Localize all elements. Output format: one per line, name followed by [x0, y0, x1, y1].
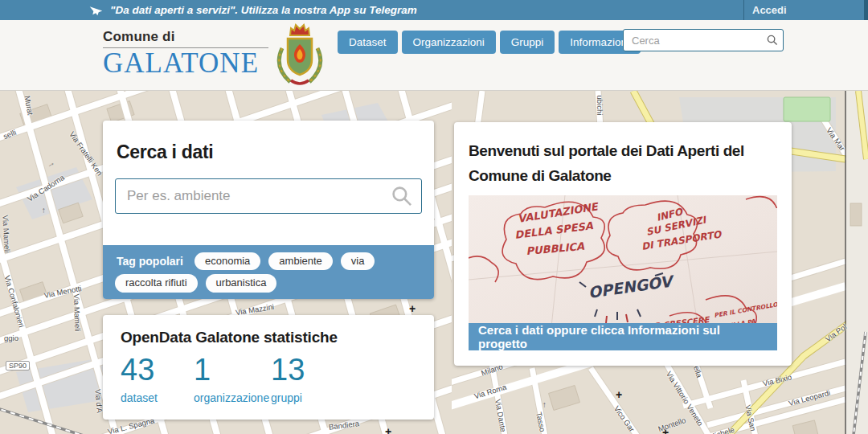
tag-urbanistica[interactable]: urbanistica — [206, 274, 277, 292]
tag-economia[interactable]: economia — [194, 252, 260, 270]
search-card-title: Cerca i dati — [117, 141, 420, 163]
svg-text:PUBBLICA: PUBBLICA — [526, 240, 585, 257]
welcome-title: Benvenuti sul portale dei Dati Aperti de… — [469, 138, 777, 189]
church-marker-icon: + — [385, 426, 391, 434]
portal-screen: "Da dati aperti a servizi". Utilizza la … — [0, 0, 868, 434]
site-header: Comune di GALATONE Dataset Organizzazion… — [0, 20, 868, 91]
popular-tags-label: Tag popolari — [117, 255, 183, 268]
church-marker-icon: + — [616, 389, 622, 400]
search-icon[interactable] — [391, 186, 412, 207]
stats-card: OpenData Galatone statistiche 43 dataset… — [103, 315, 434, 420]
stats-card-title: OpenData Galatone statistiche — [121, 329, 416, 346]
church-marker-icon: + — [409, 303, 416, 314]
topbar-corner-strip — [864, 0, 868, 20]
topbar-divider — [743, 0, 744, 20]
main-nav: Dataset Organizzazioni Gruppi Informazio… — [338, 31, 641, 54]
popular-tags-band: Tag popolari economia ambiente via racco… — [103, 245, 434, 299]
coat-of-arms — [271, 23, 329, 90]
nav-gruppi-button[interactable]: Gruppi — [500, 31, 555, 54]
dataset-search-input[interactable] — [115, 178, 422, 214]
oneway-arrow-icon: → — [539, 401, 547, 409]
header-search — [623, 29, 784, 51]
announcement-bar: "Da dati aperti a servizi". Utilizza la … — [0, 0, 868, 20]
street-label: Via Mameli — [72, 293, 83, 331]
street-label: ubichi — [596, 96, 604, 116]
church-marker-icon: + — [662, 427, 669, 434]
telegram-announcement-link[interactable]: "Da dati aperti a servizi". Utilizza la … — [89, 0, 417, 20]
search-card: Cerca i dati Tag popolari economia ambie… — [103, 121, 434, 299]
tag-via[interactable]: via — [341, 252, 375, 270]
stat-gruppi-label: gruppi — [271, 391, 305, 404]
stat-organizzazione-value: 1 — [194, 353, 271, 388]
nav-dataset-button[interactable]: Dataset — [338, 31, 398, 54]
announcement-text: "Da dati aperti a servizi". Utilizza la … — [110, 4, 417, 16]
site-logo[interactable]: Comune di GALATONE — [103, 29, 268, 79]
street-label: Via Mameli — [1, 215, 11, 252]
login-link[interactable]: Accedi — [752, 0, 787, 20]
stat-organizzazione-label: organizzazione — [194, 391, 271, 404]
stat-organizzazione[interactable]: 1 organizzazione — [194, 353, 271, 404]
nav-organizzazioni-button[interactable]: Organizzazioni — [402, 31, 496, 54]
welcome-title-line1: Benvenuti sul portale dei Dati Aperti de… — [469, 138, 777, 163]
telegram-icon — [89, 4, 103, 16]
stat-gruppi[interactable]: 13 gruppi — [271, 353, 305, 404]
brand-line1: Comune di — [103, 29, 268, 48]
tag-ambiente[interactable]: ambiente — [268, 252, 332, 270]
dataset-search — [115, 178, 422, 214]
welcome-caption: Cerca i dati oppure clicca Informazioni … — [469, 323, 777, 350]
header-search-input[interactable] — [623, 29, 784, 51]
stat-gruppi-value: 13 — [271, 353, 305, 388]
welcome-photo: VALUTAZIONE DELLA SPESA PUBBLICA INFO SU… — [469, 195, 777, 350]
svg-text:PER IL CONTROLLO: PER IL CONTROLLO — [714, 301, 777, 319]
map-background: MuratselliVia Fratelli KenVia CadornaVia… — [0, 91, 868, 434]
brand-line2: GALATONE — [103, 48, 268, 79]
stat-dataset[interactable]: 43 dataset — [121, 353, 194, 404]
street-label: ggio — [4, 334, 18, 342]
tag-raccolta-rifiuti[interactable]: raccolta rifiuti — [115, 274, 198, 292]
street-label: SP90 — [6, 361, 30, 371]
stat-dataset-label: dataset — [121, 391, 194, 404]
search-icon[interactable] — [767, 35, 778, 46]
welcome-title-line2: Comune di Galatone — [469, 163, 777, 188]
stat-dataset-value: 43 — [121, 353, 194, 388]
welcome-card: Benvenuti sul portale dei Dati Aperti de… — [454, 122, 792, 366]
svg-text:OPENGOV: OPENGOV — [587, 272, 676, 301]
stats-row: 43 dataset 1 organizzazione 13 gruppi — [121, 353, 416, 404]
oneway-arrow-icon: → — [39, 207, 47, 215]
